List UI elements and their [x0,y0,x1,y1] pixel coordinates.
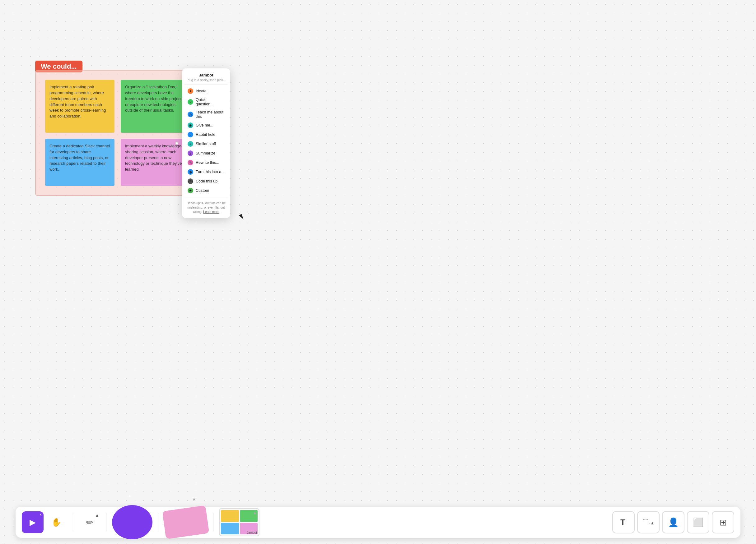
quick-icon: ? [188,99,193,105]
path-tool[interactable]: ⌒·▲ [637,511,660,533]
jambot-item-custom[interactable]: ★ Custom [183,186,229,195]
give-icon: ◉ [188,123,193,128]
sticky-2-text: Organize a "Hackathon Day," where develo… [125,84,186,114]
toolbar-select-section: ▶ ▲ ✋ [22,511,67,533]
hand-icon: ✋ [51,518,61,527]
select-tool[interactable]: ▶ ▲ [22,511,44,533]
turn-into-label: Turn this into a... [196,170,225,174]
give-label: Give me... [196,123,213,128]
circle-chevron: ▲ [128,493,132,498]
pink-shape: ▲ [162,505,209,539]
canvas[interactable]: We could... Implement a rotating pair pr… [0,0,756,510]
code-up-icon: </> [188,179,193,184]
sticky-3-text: Create a dedicated Slack channel for dev… [49,143,110,173]
similar-label: Similar stuff [196,142,216,146]
purple-circle-shape: ▲ [112,505,152,539]
person-tool[interactable]: 👤 [662,511,684,533]
code-up-label: Code this up [196,179,217,184]
similar-icon: ≈ [188,141,193,147]
jambot-item-quick[interactable]: ? Quick question... [183,96,229,108]
path-icon: ⌒·▲ [642,518,655,527]
we-could-text: We could... [41,63,77,70]
teach-icon: ◎ [188,112,193,117]
custom-label: Custom [196,188,209,193]
divider-1 [73,513,73,532]
summarize-label: Summarize [196,151,215,156]
jambot-item-rewrite[interactable]: ✎ Rewrite this... [183,158,229,167]
rabbit-hole-icon: ○ [188,132,193,137]
ideate-label: Ideate! [196,89,208,93]
select-chevron: ▲ [39,513,42,516]
jambot-item-turn-into[interactable]: ◑ Turn this into a... [183,167,229,177]
jambot-item-ideate[interactable]: ✦ Ideate! [183,86,229,96]
summarize-icon: Σ [188,151,193,156]
thumb-chevron: ▲ [253,510,257,515]
rabbit-hole-label: Rabbit hole [196,133,215,137]
sticky-4-text: Implement a weekly knowledge-sharing ses… [125,143,186,173]
sticky-1-text: Implement a rotating pair programming sc… [49,84,110,119]
sticky-3[interactable]: Create a dedicated Slack channel for dev… [45,139,114,186]
jambot-thumbnail[interactable]: Jambot ▲ [219,508,259,536]
jambot-popup: Jambot Plug in a sticky, then pick... ✦ … [182,68,230,218]
teach-label: Teach me about this [196,110,225,119]
divider-3 [158,513,158,532]
board-frame: Implement a rotating pair programming sc… [35,70,200,196]
person-icon: 👤 [668,517,679,528]
frame-icon: ⬜ [693,517,704,528]
sticky-2[interactable]: Organize a "Hackathon Day," where develo… [121,80,190,133]
jambot-learn-more[interactable]: Learn more [203,210,219,214]
table-icon: ⊞ [720,517,727,528]
quick-label: Quick question... [196,98,225,106]
rewrite-label: Rewrite this... [196,161,219,165]
table-tool[interactable]: ⊞ [712,511,734,533]
jambot-divider [184,84,228,85]
thumb-blue [221,523,239,535]
pink-chevron: ▲ [192,496,197,502]
hand-tool[interactable]: ✋ [45,511,67,533]
jambot-connector-dot [175,142,178,145]
jambot-item-give[interactable]: ◉ Give me... [183,121,229,130]
frame-tool[interactable]: ⬜ [687,511,709,533]
cursor-pointer [239,214,244,221]
jambot-item-summarize[interactable]: Σ Summarize [183,149,229,158]
sticky-4[interactable]: Implement a weekly knowledge-sharing ses… [121,139,190,186]
toolbar-pen-section: ✏ ▲ [79,511,100,533]
toolbar: ▶ ▲ ✋ ✏ ▲ ▲ ▲ Jambot ▲ [16,507,740,538]
jambot-footer: Heads up: AI outputs can be misleading, … [182,199,230,215]
text-icon: T· [620,518,627,527]
jambot-item-similar[interactable]: ≈ Similar stuff [183,139,229,149]
ideate-icon: ✦ [188,88,193,94]
jambot-footer-divider [184,197,228,198]
jambot-item-teach[interactable]: ◎ Teach me about this [183,108,229,121]
jambot-subtitle: Plug in a sticky, then pick... [182,78,230,84]
jambot-title: Jambot [182,72,230,78]
thumb-yellow [221,510,239,522]
jambot-item-rabbit-hole[interactable]: ○ Rabbit hole [183,130,229,139]
sticky-1[interactable]: Implement a rotating pair programming sc… [45,80,114,133]
jambot-thumb-label: Jambot [247,531,257,534]
custom-icon: ★ [188,188,193,193]
rewrite-icon: ✎ [188,160,193,165]
text-tool[interactable]: T· [612,511,635,533]
divider-2 [106,513,106,532]
pen-chevron: ▲ [95,513,99,518]
divider-4 [213,513,213,532]
pen-icon: ✏ [86,517,93,528]
sticky-grid: Implement a rotating pair programming sc… [36,71,199,195]
pen-tool[interactable]: ✏ ▲ [79,511,100,533]
jambot-item-code-up[interactable]: </> Code this up [183,177,229,186]
turn-into-icon: ◑ [188,169,193,175]
right-tools: T· ⌒·▲ 👤 ⬜ ⊞ [612,511,734,533]
select-icon: ▶ [30,518,36,527]
